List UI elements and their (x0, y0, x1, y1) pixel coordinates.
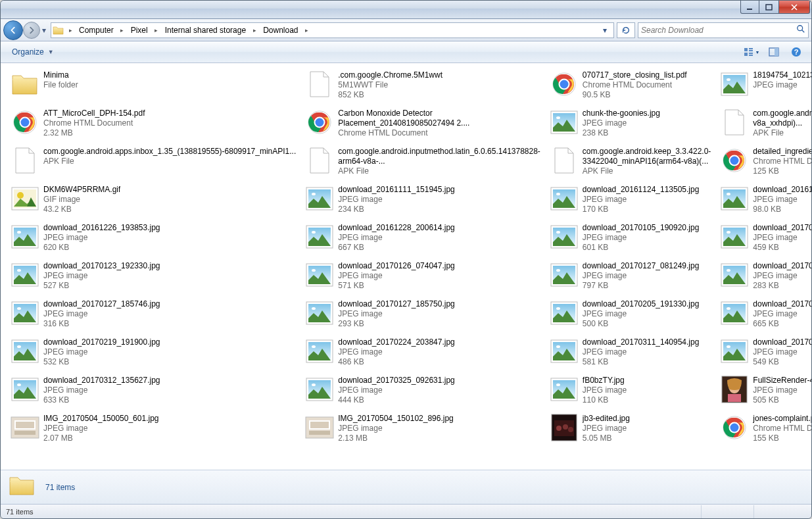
breadcrumb-root-sep[interactable]: ▸ (66, 23, 75, 37)
file-item[interactable]: 18194754_10213144815883821_3769698132894… (717, 68, 811, 105)
file-size: 234 KB (338, 205, 455, 214)
jpeg-icon (720, 70, 749, 99)
preview-pane-button[interactable] (764, 44, 784, 60)
breadcrumb-sep[interactable]: ▸ (152, 23, 161, 37)
jpeg-icon (720, 337, 749, 366)
file-type: APK File (43, 157, 296, 166)
svg-point-24 (315, 118, 325, 128)
file-item[interactable]: download_20170123_192330.jpgJPEG image52… (7, 259, 299, 295)
address-bar[interactable]: ▸ Computer ▸ Pixel ▸ Internal shared sto… (51, 22, 614, 38)
breadcrumb-sep[interactable]: ▸ (118, 23, 127, 37)
svg-point-54 (727, 231, 730, 234)
file-name: fB0bzTY.jpg (583, 376, 627, 385)
file-item[interactable]: download_20170325_092631.jpgJPEG image44… (302, 373, 544, 410)
file-item[interactable]: DKM6W4P5RRMA.gifGIF image43.2 KB (7, 182, 299, 219)
file-item[interactable]: .com.google.Chrome.5M1wwt5M1WWT File852 … (302, 68, 544, 105)
file-item[interactable]: MinimaFile folder (7, 68, 299, 105)
file-item[interactable]: download_20170127_081249.jpgJPEG image79… (546, 259, 714, 295)
search-icon (796, 24, 805, 36)
svg-rect-102 (728, 394, 741, 402)
file-item[interactable]: download_20170311_141002.jpgJPEG image54… (717, 335, 811, 372)
file-type: Chrome HTML Document (753, 157, 811, 166)
svg-rect-6 (744, 53, 748, 56)
file-item[interactable]: detailed_ingredient_info_2.pdfChrome HTM… (717, 144, 811, 181)
titlebar[interactable] (1, 1, 811, 19)
file-size: 549 KB (753, 357, 811, 367)
file-item[interactable]: download_20170311_140954.jpgJPEG image58… (546, 335, 714, 372)
file-item[interactable]: download_20170127_185746.jpgJPEG image31… (7, 297, 299, 334)
file-name: download_20170325_092631.jpg (338, 376, 455, 385)
file-item[interactable]: Carbon Monoxide Detector Placement_20140… (302, 106, 544, 143)
file-item[interactable]: fB0bzTY.jpgJPEG image110 KB (546, 373, 714, 410)
file-item[interactable]: com.google.android.apps.inbox_1.35_(1388… (7, 144, 299, 181)
help-button[interactable]: ? (786, 44, 806, 60)
maximize-button[interactable] (759, 1, 778, 14)
file-type: JPEG image (753, 195, 811, 205)
breadcrumb-download[interactable]: Download (260, 23, 300, 37)
close-button[interactable] (778, 1, 810, 14)
refresh-button[interactable] (617, 22, 635, 38)
file-size: 581 KB (583, 357, 700, 367)
file-item[interactable]: jones-complaint.pdfChrome HTML Document1… (717, 411, 811, 448)
file-type: JPEG image (583, 195, 700, 205)
file-type: JPEG image (43, 385, 160, 395)
file-item[interactable]: FullSizeRender-46.jpgJPEG image505 KB (717, 373, 811, 410)
breadcrumb-internal-storage[interactable]: Internal shared storage (162, 23, 249, 37)
svg-point-75 (556, 307, 560, 310)
file-item[interactable]: ATT_MicroCell_DPH-154.pdfChrome HTML Doc… (7, 106, 299, 143)
view-button[interactable]: ▼ (742, 44, 761, 60)
svg-point-118 (730, 423, 740, 433)
nav-history-dropdown[interactable]: ▾ (40, 24, 48, 37)
svg-point-99 (556, 383, 560, 386)
file-item[interactable]: com.google.android.apps.fireball_11.0.02… (717, 106, 811, 143)
breadcrumb-sep[interactable]: ▸ (250, 23, 259, 37)
file-item[interactable]: IMG_20170504_150102_896.jpgJPEG image2.1… (302, 411, 544, 448)
file-item[interactable]: IMG_20170504_150050_601.jpgJPEG image2.0… (7, 411, 299, 448)
file-item[interactable]: download_20170126_074047.jpgJPEG image57… (302, 259, 544, 295)
jpeg-icon (305, 184, 334, 213)
file-item[interactable]: download_20161124_153158.jpgJPEG image98… (717, 182, 811, 219)
svg-rect-5 (749, 50, 753, 51)
jpeg-icon (550, 260, 579, 289)
file-item[interactable]: download_20170105_190920.jpgJPEG image60… (546, 220, 714, 257)
file-item[interactable]: chunk-the-goonies.jpgJPEG image238 KB (546, 106, 714, 143)
search-input[interactable] (641, 26, 794, 35)
file-size: 2.13 MB (338, 433, 454, 443)
svg-point-39 (556, 193, 560, 195)
file-item[interactable]: jb3-edited.jpgJPEG image5.05 MB (546, 411, 714, 448)
organize-button[interactable]: Organize ▼ (6, 44, 60, 60)
file-list[interactable]: MinimaFile folder.com.google.Chrome.5M1w… (1, 64, 811, 470)
file-item[interactable]: 070717_store_closing_list.pdfChrome HTML… (546, 68, 714, 105)
breadcrumb-pixel[interactable]: Pixel (128, 23, 151, 37)
file-item[interactable]: com.google.android.keep_3.3.422.0-334220… (546, 144, 714, 181)
jpeg-icon (11, 299, 39, 328)
chevron-down-icon: ▼ (48, 49, 54, 55)
jpeg-icon (720, 299, 749, 328)
details-summary: 71 items (45, 483, 75, 492)
file-item[interactable]: download_20161226_193853.jpgJPEG image62… (7, 220, 299, 257)
file-item[interactable]: download_20170207_191603.jpgJPEG image66… (717, 297, 811, 334)
breadcrumb-computer[interactable]: Computer (76, 23, 116, 37)
file-item[interactable]: download_20170312_135627.jpgJPEG image63… (7, 373, 299, 410)
breadcrumb-sep[interactable]: ▸ (302, 23, 312, 37)
jpeg-icon (11, 337, 39, 366)
file-item[interactable]: download_20170224_203847.jpgJPEG image48… (302, 335, 544, 372)
back-button[interactable] (3, 20, 23, 40)
address-dropdown[interactable]: ▾ (598, 23, 612, 37)
forward-button[interactable] (23, 22, 40, 39)
file-name: download_20170123_192330.jpg (43, 261, 160, 271)
file-item[interactable]: download_20161124_113505.jpgJPEG image17… (546, 182, 714, 219)
svg-point-18 (727, 78, 730, 81)
file-item[interactable]: download_20170127_185750.jpgJPEG image29… (302, 297, 544, 334)
file-item[interactable]: download_20170121_200659.jpgJPEG image45… (717, 220, 811, 257)
file-type: JPEG image (583, 347, 700, 357)
svg-point-84 (312, 345, 316, 348)
file-item[interactable]: download_20170205_191330.jpgJPEG image50… (546, 297, 714, 334)
file-item[interactable]: download_20170127_185741.jpgJPEG image28… (717, 259, 811, 295)
file-item[interactable]: download_20161111_151945.jpgJPEG image23… (302, 182, 544, 219)
search-box[interactable] (638, 22, 809, 38)
file-item[interactable]: download_20161228_200614.jpgJPEG image66… (302, 220, 544, 257)
file-item[interactable]: com.google.android.inputmethod.latin_6.0… (302, 144, 544, 181)
file-item[interactable]: download_20170219_191900.jpgJPEG image53… (7, 335, 299, 372)
minimize-button[interactable] (740, 1, 759, 14)
